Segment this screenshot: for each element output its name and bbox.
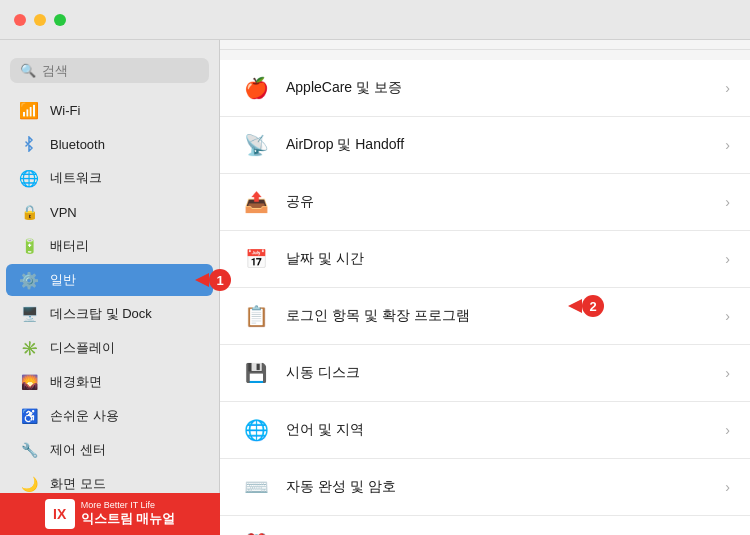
list-item-startup[interactable]: 시동 디스크 › bbox=[220, 345, 750, 402]
search-icon: 🔍 bbox=[20, 63, 36, 78]
watermark-subtext: More Better IT Life bbox=[81, 500, 176, 511]
sidebar-item-network[interactable]: 네트워크 bbox=[6, 162, 213, 194]
sidebar-item-control[interactable]: 제어 센터 bbox=[6, 434, 213, 466]
datetime-icon bbox=[240, 243, 272, 275]
display-icon bbox=[18, 337, 40, 359]
sidebar-item-label: Bluetooth bbox=[50, 137, 105, 152]
sidebar: 🔍 Wi-Fi Bluetooth 네트워크 VPN 배터리 일 bbox=[0, 0, 220, 535]
sidebar-item-label: 디스플레이 bbox=[50, 339, 115, 357]
autocomplete-icon bbox=[240, 471, 272, 503]
sidebar-item-vpn[interactable]: VPN bbox=[6, 196, 213, 228]
list-item-datetime[interactable]: 날짜 및 시간 › bbox=[220, 231, 750, 288]
sidebar-item-bluetooth[interactable]: Bluetooth bbox=[6, 128, 213, 160]
chevron-icon: › bbox=[725, 479, 730, 495]
arrow-left-icon bbox=[195, 273, 209, 287]
chevron-icon: › bbox=[725, 422, 730, 438]
timemachine-icon bbox=[240, 528, 272, 535]
startup-icon bbox=[240, 357, 272, 389]
list-item-label: AirDrop 및 Handoff bbox=[286, 136, 725, 154]
badge-number-1: 1 bbox=[209, 269, 231, 291]
sidebar-item-display[interactable]: 디스플레이 bbox=[6, 332, 213, 364]
search-input[interactable] bbox=[42, 63, 199, 78]
list-item-label: 공유 bbox=[286, 193, 725, 211]
desktop-icon bbox=[18, 303, 40, 325]
list-item-language[interactable]: 언어 및 지역 › bbox=[220, 402, 750, 459]
sidebar-item-label: 제어 센터 bbox=[50, 441, 106, 459]
wifi-icon bbox=[18, 99, 40, 121]
sidebar-item-label: 데스크탑 및 Dock bbox=[50, 305, 152, 323]
sidebar-item-label: 일반 bbox=[50, 271, 76, 289]
vpn-icon bbox=[18, 201, 40, 223]
sidebar-item-wifi[interactable]: Wi-Fi bbox=[6, 94, 213, 126]
badge-number-2: 2 bbox=[582, 295, 604, 317]
applecare-icon bbox=[240, 72, 272, 104]
list-item-share[interactable]: 공유 › bbox=[220, 174, 750, 231]
sidebar-item-battery[interactable]: 배터리 bbox=[6, 230, 213, 262]
control-icon bbox=[18, 439, 40, 461]
annotation-badge-1: 1 bbox=[195, 269, 231, 291]
sidebar-item-label: VPN bbox=[50, 205, 77, 220]
content-area: ‹ › 일반 AppleCare 및 보증 › AirDrop 및 Handof… bbox=[220, 0, 750, 535]
screensaver-icon bbox=[18, 473, 40, 495]
airdrop-icon bbox=[240, 129, 272, 161]
list-item-label: AppleCare 및 보증 bbox=[286, 79, 725, 97]
chevron-icon: › bbox=[725, 80, 730, 96]
watermark: IX More Better IT Life 익스트림 매뉴얼 bbox=[0, 493, 220, 535]
list-item-login[interactable]: 로그인 항목 및 확장 프로그램 › bbox=[220, 288, 750, 345]
list-item-autocomplete[interactable]: 자동 완성 및 암호 › bbox=[220, 459, 750, 516]
chevron-icon: › bbox=[725, 308, 730, 324]
network-icon bbox=[18, 167, 40, 189]
sidebar-item-accessibility[interactable]: 손쉬운 사용 bbox=[6, 400, 213, 432]
close-button[interactable] bbox=[14, 14, 26, 26]
sidebar-item-general[interactable]: 일반 bbox=[6, 264, 213, 296]
list-item-timemachine[interactable]: Time Machine › bbox=[220, 516, 750, 535]
watermark-logo: IX bbox=[45, 499, 75, 529]
list-item-label: 로그인 항목 및 확장 프로그램 bbox=[286, 307, 725, 325]
watermark-brand: 익스트림 매뉴얼 bbox=[81, 510, 176, 528]
sidebar-item-label: 손쉬운 사용 bbox=[50, 407, 119, 425]
chevron-icon: › bbox=[725, 137, 730, 153]
content-list: AppleCare 및 보증 › AirDrop 및 Handoff › 공유 … bbox=[220, 50, 750, 535]
sidebar-item-label: Wi-Fi bbox=[50, 103, 80, 118]
login-icon bbox=[240, 300, 272, 332]
fullscreen-button[interactable] bbox=[54, 14, 66, 26]
minimize-button[interactable] bbox=[34, 14, 46, 26]
list-item-airdrop[interactable]: AirDrop 및 Handoff › bbox=[220, 117, 750, 174]
sidebar-item-label: 화면 모드 bbox=[50, 475, 106, 493]
sidebar-item-label: 배경화면 bbox=[50, 373, 102, 391]
language-icon bbox=[240, 414, 272, 446]
general-icon bbox=[18, 269, 40, 291]
list-item-applecare[interactable]: AppleCare 및 보증 › bbox=[220, 60, 750, 117]
wallpaper-icon bbox=[18, 371, 40, 393]
battery-icon bbox=[18, 235, 40, 257]
chevron-icon: › bbox=[725, 194, 730, 210]
chevron-icon: › bbox=[725, 365, 730, 381]
list-item-label: 시동 디스크 bbox=[286, 364, 725, 382]
list-item-label: 언어 및 지역 bbox=[286, 421, 725, 439]
list-item-label: 자동 완성 및 암호 bbox=[286, 478, 725, 496]
chevron-icon: › bbox=[725, 251, 730, 267]
sidebar-item-label: 네트워크 bbox=[50, 169, 102, 187]
bluetooth-icon bbox=[18, 133, 40, 155]
watermark-text-block: More Better IT Life 익스트림 매뉴얼 bbox=[81, 500, 176, 529]
sidebar-item-desktop[interactable]: 데스크탑 및 Dock bbox=[6, 298, 213, 330]
annotation-badge-2: 2 bbox=[568, 295, 604, 317]
sidebar-item-wallpaper[interactable]: 배경화면 bbox=[6, 366, 213, 398]
accessibility-icon bbox=[18, 405, 40, 427]
list-item-label: 날짜 및 시간 bbox=[286, 250, 725, 268]
main-window: 🔍 Wi-Fi Bluetooth 네트워크 VPN 배터리 일 bbox=[0, 0, 750, 535]
arrow-left-icon bbox=[568, 299, 582, 313]
titlebar bbox=[0, 0, 750, 40]
search-box[interactable]: 🔍 bbox=[10, 58, 209, 83]
sidebar-item-label: 배터리 bbox=[50, 237, 89, 255]
share-icon bbox=[240, 186, 272, 218]
